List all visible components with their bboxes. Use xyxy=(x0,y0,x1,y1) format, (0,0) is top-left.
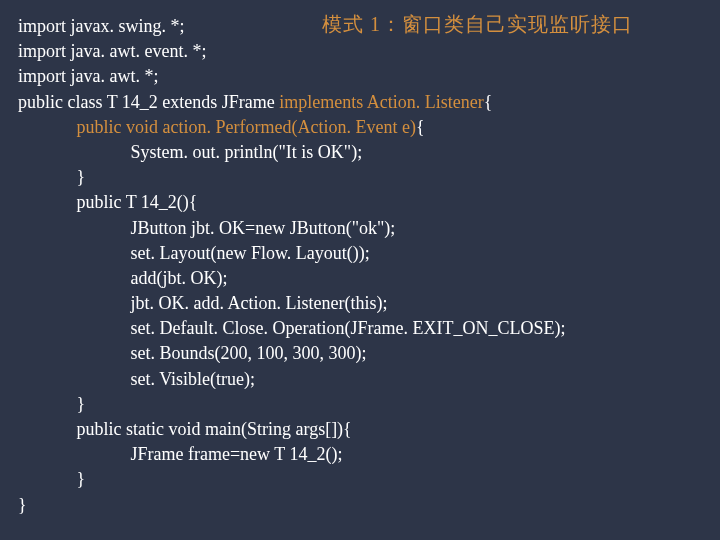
code-line: { xyxy=(484,92,493,112)
code-line: set. Layout(new Flow. Layout()); xyxy=(131,243,370,263)
slide-title: 模式 1：窗口类自己实现监听接口 xyxy=(322,11,633,38)
code-line: import java. awt. event. *; xyxy=(18,41,206,61)
code-line: set. Bounds(200, 100, 300, 300); xyxy=(131,343,367,363)
code-keyword: implements Action. Listener xyxy=(279,92,483,112)
code-keyword: public void action. Performed(Action. Ev… xyxy=(77,117,416,137)
code-line: } xyxy=(77,469,86,489)
code-line: JButton jbt. OK=new JButton("ok"); xyxy=(131,218,396,238)
code-line: set. Visible(true); xyxy=(131,369,256,389)
code-line: } xyxy=(18,495,27,515)
code-block: import javax. swing. *; import java. awt… xyxy=(18,14,702,518)
code-line: public class T 14_2 extends JFrame xyxy=(18,92,279,112)
code-line: public T 14_2(){ xyxy=(77,192,198,212)
code-line: import java. awt. *; xyxy=(18,66,158,86)
code-line: System. out. println("It is OK"); xyxy=(131,142,363,162)
slide: 模式 1：窗口类自己实现监听接口 import javax. swing. *;… xyxy=(0,0,720,540)
code-line: set. Default. Close. Operation(JFrame. E… xyxy=(131,318,566,338)
code-line: jbt. OK. add. Action. Listener(this); xyxy=(131,293,388,313)
code-line: add(jbt. OK); xyxy=(131,268,228,288)
code-line: import javax. swing. *; xyxy=(18,16,184,36)
code-line: JFrame frame=new T 14_2(); xyxy=(131,444,343,464)
code-line: public static void main(String args[]){ xyxy=(77,419,352,439)
code-line: { xyxy=(416,117,425,137)
code-line: } xyxy=(77,394,86,414)
code-line: } xyxy=(77,167,86,187)
